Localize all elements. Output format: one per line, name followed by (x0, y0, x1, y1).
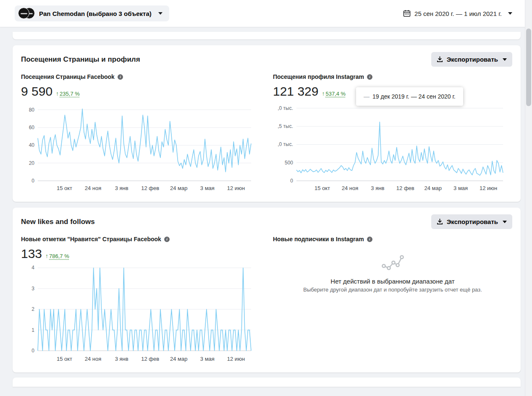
account-avatars (18, 8, 35, 19)
svg-text:4: 4 (31, 265, 34, 271)
info-icon[interactable] (367, 74, 372, 80)
svg-text:20: 20 (29, 160, 35, 166)
svg-text:1: 1 (31, 327, 34, 333)
svg-text:0: 0 (31, 348, 34, 354)
next-card-partial (13, 378, 521, 387)
facebook-likes-value: 133 (21, 247, 42, 261)
export-button-label: Экспортировать (447, 218, 498, 225)
scrollbar[interactable] (525, 0, 532, 396)
svg-text:12 июн: 12 июн (227, 185, 245, 191)
visits-card: Посещения Страницы и профиля Экспортиров… (13, 45, 521, 202)
empty-state-subtext: Выберите другой диапазон дат и попробуйт… (273, 287, 512, 293)
svg-text:24 мар: 24 мар (424, 185, 441, 191)
svg-text:12 фев: 12 фев (141, 185, 159, 191)
svg-text:500: 500 (285, 160, 293, 166)
svg-text:,0 тыс.: ,0 тыс. (278, 105, 293, 111)
svg-text:3 янв: 3 янв (371, 185, 384, 191)
date-range-label: 25 сен 2020 г. — 1 июл 2021 г. (414, 10, 502, 17)
empty-state: Нет действий в выбранном диапазоне дат В… (273, 242, 512, 293)
visits-card-title: Посещения Страницы и профиля (21, 55, 140, 64)
account-selector[interactable]: Pan Chemodan (выбрано 3 объекта) (15, 5, 169, 21)
legend-dash: — (364, 93, 370, 100)
facebook-likes-delta: ↑ 786,7 % (45, 253, 69, 259)
export-button[interactable]: Экспортировать (431, 214, 512, 229)
previous-card-partial (13, 32, 521, 39)
svg-text:3 мая: 3 мая (453, 185, 468, 191)
info-icon[interactable] (118, 74, 123, 80)
download-icon (437, 219, 443, 225)
facebook-visits-delta: ↑ 235,7 % (56, 90, 80, 97)
account-selector-label: Pan Chemodan (выбрано 3 объекта) (39, 10, 152, 17)
info-icon[interactable] (367, 237, 372, 242)
svg-text:24 ноя: 24 ноя (85, 185, 102, 191)
chart-hover-tooltip: — 19 дек 2019 г. — 24 сен 2020 г. (356, 87, 463, 106)
info-icon[interactable] (164, 237, 170, 242)
facebook-likes-title: Новые отметки "Нравится" Страницы Facebo… (21, 236, 161, 242)
svg-text:3 мая: 3 мая (200, 356, 215, 362)
top-bar: Pan Chemodan (выбрано 3 объекта) 25 сен … (0, 0, 525, 27)
chevron-down-icon (503, 221, 507, 223)
svg-text:15 окт: 15 окт (57, 185, 72, 191)
likes-card-title: New likes and follows (21, 218, 95, 226)
svg-text:,5 тыс.: ,5 тыс. (278, 123, 293, 129)
up-arrow-icon: ↑ (322, 90, 325, 97)
chevron-down-icon (508, 12, 512, 15)
svg-text:12 фев: 12 фев (396, 185, 414, 191)
empty-state-heading: Нет действий в выбранном диапазоне дат (273, 278, 512, 285)
instagram-visits-delta: ↑ 537,4 % (322, 90, 346, 97)
svg-text:3 янв: 3 янв (115, 356, 128, 362)
calendar-icon (403, 10, 411, 17)
svg-text:15 окт: 15 окт (314, 185, 330, 191)
up-arrow-icon: ↑ (45, 253, 48, 259)
svg-text:24 ноя: 24 ноя (342, 185, 359, 191)
instagram-followers-panel: Новые подписчики в Instagram Нет действи… (273, 236, 512, 365)
svg-text:12 фев: 12 фев (141, 356, 159, 362)
export-button[interactable]: Экспортировать (431, 52, 512, 67)
chevron-down-icon (158, 12, 162, 15)
facebook-visits-value: 9 590 (21, 84, 52, 99)
svg-text:0: 0 (31, 178, 34, 184)
instagram-visits-value: 121 329 (273, 84, 318, 99)
instagram-followers-title: Новые подписчики в Instagram (273, 236, 364, 242)
tooltip-text: 19 дек 2019 г. — 24 сен 2020 г. (372, 93, 456, 100)
facebook-likes-panel: Новые отметки "Нравится" Страницы Facebo… (21, 236, 260, 365)
scrollbar-thumb[interactable] (526, 29, 531, 106)
instagram-visits-chart[interactable]: 0500,0 тыс.,5 тыс.,0 тыс.15 окт24 ноя3 я… (273, 101, 512, 194)
export-button-label: Экспортировать (447, 56, 498, 63)
facebook-visits-panel: Посещения Страницы Facebook 9 590 ↑ 235,… (21, 73, 260, 194)
facebook-likes-chart[interactable]: 0123415 окт24 ноя3 янв12 фев24 мар3 мая1… (21, 263, 260, 365)
chevron-down-icon (503, 58, 507, 61)
avatar (18, 8, 29, 19)
svg-text:3: 3 (31, 286, 34, 292)
svg-text:24 мар: 24 мар (170, 356, 187, 362)
svg-text:12 июн: 12 июн (480, 185, 497, 191)
date-range-selector[interactable]: 25 сен 2020 г. — 1 июл 2021 г. (403, 10, 512, 17)
svg-text:80: 80 (29, 107, 35, 113)
facebook-visits-title: Посещения Страницы Facebook (21, 73, 115, 80)
empty-chart-icon (380, 253, 405, 271)
svg-text:24 ноя: 24 ноя (85, 356, 102, 362)
svg-text:12 июн: 12 июн (227, 356, 245, 362)
svg-text:24 мар: 24 мар (170, 185, 187, 191)
facebook-visits-chart[interactable]: 02040608015 окт24 ноя3 янв12 фев24 мар3 … (21, 101, 260, 194)
svg-text:2: 2 (31, 306, 34, 312)
up-arrow-icon: ↑ (56, 90, 59, 97)
download-icon (437, 56, 443, 63)
svg-text:60: 60 (29, 125, 35, 130)
svg-text:3 янв: 3 янв (115, 185, 128, 191)
svg-text:,0 тыс.: ,0 тыс. (278, 141, 293, 147)
svg-text:3 мая: 3 мая (200, 185, 215, 191)
svg-text:15 окт: 15 окт (57, 356, 72, 362)
svg-text:0: 0 (290, 178, 293, 184)
likes-card: New likes and follows Экспортировать Нов… (13, 208, 521, 373)
svg-text:40: 40 (29, 142, 35, 148)
instagram-visits-title: Посещения профиля Instagram (273, 73, 364, 80)
